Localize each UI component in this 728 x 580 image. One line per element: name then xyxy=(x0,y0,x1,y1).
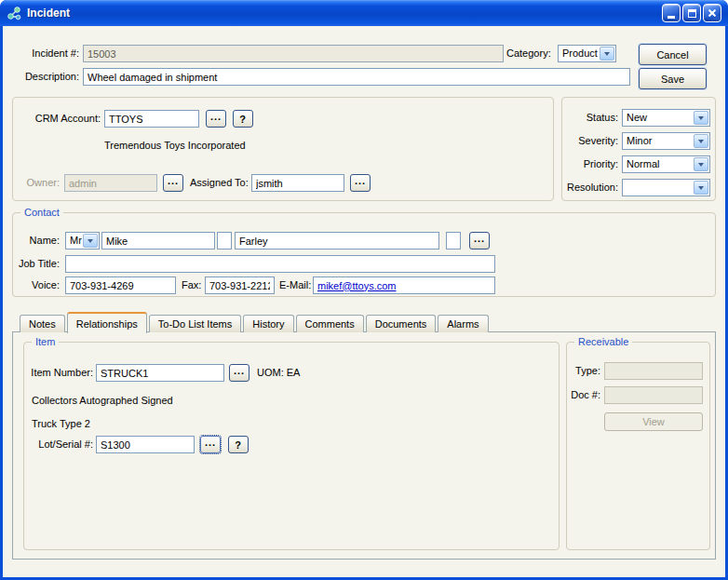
crm-browse-button[interactable]: ... xyxy=(206,110,226,128)
chevron-down-icon[interactable] xyxy=(694,111,708,125)
contact-group-title: Contact xyxy=(20,207,63,219)
item-group-title: Item xyxy=(32,336,59,348)
tab-documents[interactable]: Documents xyxy=(366,315,437,332)
save-button[interactable]: Save xyxy=(639,68,707,89)
email-field[interactable]: mikef@ttoys.com xyxy=(313,277,495,294)
crm-help-button[interactable]: ? xyxy=(233,110,253,128)
severity-value: Minor xyxy=(623,133,693,149)
owner-label: Owner: xyxy=(20,177,60,189)
priority-value: Normal xyxy=(623,156,693,172)
minimize-icon[interactable] xyxy=(662,4,681,22)
job-title-label: Job Title: xyxy=(13,258,60,270)
tab-notes[interactable]: Notes xyxy=(20,315,65,332)
description-label: Description: xyxy=(7,71,79,83)
lot-serial-field[interactable] xyxy=(96,436,195,453)
chevron-down-icon[interactable] xyxy=(600,47,614,61)
resolution-value xyxy=(623,180,693,196)
receivable-type-label: Type: xyxy=(567,365,600,377)
voice-field[interactable] xyxy=(65,277,176,294)
email-link[interactable]: mikef@ttoys.com xyxy=(317,280,397,291)
salutation-value: Mr xyxy=(66,233,82,249)
receivable-doc-field xyxy=(604,386,703,404)
tab-bar: Notes Relationships To-Do List Items His… xyxy=(20,312,491,332)
receivable-type-field xyxy=(604,362,703,380)
lot-serial-label: Lot/Serial #: xyxy=(28,438,93,451)
salutation-combo[interactable]: Mr xyxy=(65,232,100,250)
assigned-browse-button[interactable]: ... xyxy=(350,174,371,192)
contact-group: Contact Name: Mr ... Job Title: Voice: F… xyxy=(12,212,716,297)
incident-window: Incident Incident #: Category: Product C… xyxy=(0,0,728,580)
description-field[interactable] xyxy=(83,68,630,86)
app-icon xyxy=(7,6,22,21)
fax-field[interactable] xyxy=(205,277,275,294)
item-description-line1: Collectors Autographed Signed xyxy=(32,395,173,407)
item-browse-button[interactable]: ... xyxy=(229,364,249,382)
chevron-down-icon[interactable] xyxy=(83,234,98,248)
item-description-line2: Truck Type 2 xyxy=(32,418,90,430)
assigned-to-label: Assigned To: xyxy=(190,177,249,189)
first-name-field[interactable] xyxy=(101,232,215,250)
window-title: Incident xyxy=(27,7,70,20)
receivable-doc-label: Doc #: xyxy=(567,389,600,401)
incident-number-field xyxy=(83,45,504,62)
lot-browse-button[interactable]: ... xyxy=(200,436,221,453)
tab-history[interactable]: History xyxy=(243,315,293,332)
assigned-to-field[interactable] xyxy=(251,174,344,192)
tab-relationships[interactable]: Relationships xyxy=(67,312,147,333)
account-name-text: Tremendous Toys Incorporated xyxy=(104,140,246,152)
chevron-down-icon[interactable] xyxy=(694,134,708,148)
name-label: Name: xyxy=(13,235,60,247)
status-label: Status: xyxy=(562,112,618,124)
priority-label: Priority: xyxy=(562,158,618,170)
status-combo[interactable]: New xyxy=(622,109,710,127)
crm-account-field[interactable] xyxy=(104,110,199,128)
tab-alarms[interactable]: Alarms xyxy=(438,315,488,332)
last-name-field[interactable] xyxy=(235,232,439,250)
owner-browse-button[interactable]: ... xyxy=(163,174,183,192)
chevron-down-icon[interactable] xyxy=(694,181,708,195)
maximize-icon[interactable] xyxy=(682,4,701,22)
contact-browse-button[interactable]: ... xyxy=(469,232,490,250)
tab-comments[interactable]: Comments xyxy=(296,315,364,332)
receivable-group-title: Receivable xyxy=(574,336,632,348)
relationships-tab-panel: Item Item Number: ... UOM: EA Collectors… xyxy=(12,331,716,560)
voice-label: Voice: xyxy=(13,279,60,291)
view-button: View xyxy=(604,412,703,431)
tab-todo-list-items[interactable]: To-Do List Items xyxy=(149,315,241,332)
suffix-field[interactable] xyxy=(446,232,461,250)
cancel-button[interactable]: Cancel xyxy=(639,44,707,65)
crm-account-label: CRM Account: xyxy=(20,113,101,125)
item-group: Item Item Number: ... UOM: EA Collectors… xyxy=(23,342,559,550)
job-title-field[interactable] xyxy=(65,255,495,273)
window-body: Incident #: Category: Product Cancel Des… xyxy=(3,26,725,577)
category-combo[interactable]: Product xyxy=(558,45,616,62)
severity-combo[interactable]: Minor xyxy=(622,132,710,150)
resolution-combo[interactable] xyxy=(622,179,710,196)
email-label: E-Mail: xyxy=(279,279,311,291)
middle-initial-field[interactable] xyxy=(217,232,232,250)
resolution-label: Resolution: xyxy=(562,182,618,194)
category-value: Product xyxy=(559,46,599,61)
status-value: New xyxy=(623,110,693,126)
status-group: Status: New Severity: Minor Priority: No… xyxy=(561,97,716,201)
window-controls xyxy=(660,4,721,22)
incident-number-label: Incident #: xyxy=(7,47,79,60)
lot-help-button[interactable]: ? xyxy=(228,436,249,453)
priority-combo[interactable]: Normal xyxy=(622,155,710,173)
close-icon[interactable] xyxy=(703,4,721,22)
titlebar[interactable]: Incident xyxy=(0,0,728,26)
account-group: CRM Account: ... ? Tremendous Toys Incor… xyxy=(12,97,554,201)
fax-label: Fax: xyxy=(182,279,201,291)
uom-text: UOM: EA xyxy=(257,367,300,379)
item-number-label: Item Number: xyxy=(28,367,93,379)
receivable-group: Receivable Type: Doc #: View xyxy=(566,342,710,550)
category-label: Category: xyxy=(506,47,551,60)
owner-field xyxy=(64,174,157,192)
severity-label: Severity: xyxy=(562,135,618,147)
item-number-field[interactable] xyxy=(96,364,224,382)
chevron-down-icon[interactable] xyxy=(694,157,708,171)
